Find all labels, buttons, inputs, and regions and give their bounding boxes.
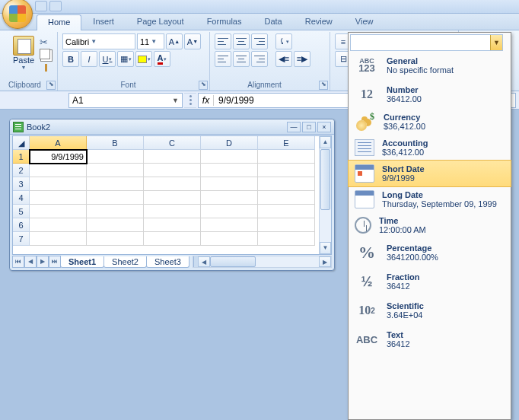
number-format-accounting[interactable]: Accounting $36,412.00 — [349, 135, 511, 161]
cell[interactable] — [30, 232, 87, 246]
cell-c1[interactable] — [144, 150, 201, 164]
cell[interactable] — [258, 232, 315, 246]
number-format-number[interactable]: 12Number36412.00 — [349, 80, 511, 109]
number-format-fraction[interactable]: ½Fraction36412 — [349, 267, 511, 296]
cell[interactable] — [30, 164, 87, 177]
col-header-d[interactable]: D — [201, 136, 258, 150]
maximize-button[interactable]: □ — [302, 122, 316, 132]
scroll-right-button[interactable]: ▶ — [319, 256, 331, 267]
font-color-button[interactable]: A — [154, 51, 170, 67]
cell[interactable] — [87, 164, 144, 177]
align-middle-button[interactable] — [233, 33, 250, 49]
number-format-text[interactable]: ABCText36412 — [349, 325, 511, 354]
name-box-dropdown-icon[interactable]: ▼ — [172, 97, 179, 104]
number-format-short-date[interactable]: Short Date9/9/1999 — [349, 161, 511, 186]
font-name-combo[interactable]: Calibri ▼ — [62, 33, 135, 49]
tab-insert[interactable]: Insert — [81, 14, 126, 30]
cell[interactable] — [201, 164, 258, 177]
cell-d1[interactable] — [201, 150, 258, 164]
cell[interactable] — [258, 191, 315, 205]
cell[interactable] — [144, 177, 201, 191]
underline-button[interactable]: U — [99, 51, 116, 67]
cell[interactable] — [201, 205, 258, 218]
number-format-currency[interactable]: Currency$36,412.00 — [349, 109, 511, 135]
border-button[interactable]: ▦ — [117, 51, 134, 67]
decrease-indent-button[interactable]: ◀≡ — [275, 51, 292, 67]
qat-save[interactable] — [35, 1, 47, 11]
cell[interactable] — [258, 218, 315, 232]
fill-color-button[interactable] — [135, 51, 152, 67]
tab-view[interactable]: View — [344, 14, 385, 30]
col-header-b[interactable]: B — [87, 136, 144, 150]
cell[interactable] — [144, 232, 201, 246]
copy-button[interactable] — [40, 49, 52, 61]
cell[interactable] — [144, 205, 201, 218]
cell[interactable] — [201, 218, 258, 232]
row-header-5[interactable]: 5 — [13, 205, 30, 218]
vertical-scrollbar[interactable]: ▲ ▼ — [319, 136, 331, 254]
cell[interactable] — [87, 191, 144, 205]
sheet-tab-3[interactable]: Sheet3 — [146, 256, 189, 268]
cell-a1[interactable]: 9/9/1999 — [30, 150, 87, 164]
paste-button[interactable]: Paste ▼ — [8, 33, 40, 75]
cell[interactable] — [30, 177, 87, 191]
tab-nav-prev[interactable]: ◀ — [24, 256, 37, 268]
number-format-scientific[interactable]: 102Scientific3.64E+04 — [349, 296, 511, 325]
tab-formulas[interactable]: Formulas — [196, 14, 253, 30]
chevron-down-icon[interactable]: ▼ — [490, 35, 502, 50]
scroll-up-button[interactable]: ▲ — [320, 136, 331, 148]
cell[interactable] — [30, 205, 87, 218]
italic-button[interactable]: I — [81, 51, 97, 67]
align-left-button[interactable] — [215, 51, 231, 67]
tab-review[interactable]: Review — [294, 14, 344, 30]
tab-data[interactable]: Data — [253, 14, 293, 30]
tab-home[interactable]: Home — [37, 14, 81, 30]
font-size-combo[interactable]: 11 ▼ — [137, 33, 164, 49]
cell[interactable] — [30, 218, 87, 232]
clipboard-dialog-launcher[interactable]: ⬊ — [46, 81, 56, 90]
row-header-3[interactable]: 3 — [13, 177, 30, 191]
cell[interactable] — [87, 218, 144, 232]
cell[interactable] — [258, 205, 315, 218]
cut-button[interactable] — [40, 35, 52, 47]
tab-nav-next[interactable]: ▶ — [37, 256, 49, 268]
align-top-button[interactable] — [215, 33, 231, 49]
scroll-down-button[interactable]: ▼ — [320, 242, 331, 254]
insert-function-button[interactable]: fx — [199, 95, 214, 106]
orientation-button[interactable]: ⤹ — [275, 33, 292, 49]
qat-undo[interactable] — [49, 1, 62, 11]
hscroll-thumb[interactable] — [210, 256, 256, 267]
cell[interactable] — [87, 232, 144, 246]
cell[interactable] — [144, 164, 201, 177]
cell[interactable] — [201, 177, 258, 191]
col-header-c[interactable]: C — [144, 136, 201, 150]
cell[interactable] — [201, 232, 258, 246]
alignment-dialog-launcher[interactable]: ⬊ — [319, 81, 328, 90]
align-right-button[interactable] — [251, 51, 268, 67]
workbook-titlebar[interactable]: Book2 — □ × — [10, 119, 334, 135]
bold-button[interactable]: B — [62, 51, 79, 67]
number-format-combo[interactable]: ▼ — [350, 34, 503, 51]
select-all-corner[interactable]: ◢ — [13, 136, 30, 150]
number-format-long-date[interactable]: Long DateThursday, September 09, 1999 — [349, 186, 511, 212]
tab-page-layout[interactable]: Page Layout — [126, 14, 196, 30]
col-header-e[interactable]: E — [258, 136, 315, 150]
horizontal-scrollbar[interactable]: ◀ ▶ — [193, 256, 332, 268]
number-format-percentage[interactable]: %Percentage3641200.00% — [349, 238, 511, 267]
sheet-tab-1[interactable]: Sheet1 — [60, 256, 104, 268]
cell[interactable] — [144, 218, 201, 232]
minimize-button[interactable]: — — [287, 122, 301, 132]
row-header-6[interactable]: 6 — [13, 218, 30, 232]
align-center-button[interactable] — [233, 51, 250, 67]
name-box[interactable]: A1 ▼ — [68, 93, 183, 108]
tab-nav-last[interactable]: ⏭ — [49, 256, 61, 268]
increase-indent-button[interactable]: ≡▶ — [294, 51, 310, 67]
row-header-4[interactable]: 4 — [13, 191, 30, 205]
cell[interactable] — [258, 177, 315, 191]
row-header-1[interactable]: 1 — [13, 150, 30, 164]
decrease-font-button[interactable]: A▼ — [184, 33, 201, 49]
cell[interactable] — [30, 191, 87, 205]
sheet-tab-2[interactable]: Sheet2 — [103, 256, 147, 268]
number-format-time[interactable]: Time12:00:00 AM — [349, 212, 511, 238]
font-dialog-launcher[interactable]: ⬊ — [199, 81, 208, 90]
